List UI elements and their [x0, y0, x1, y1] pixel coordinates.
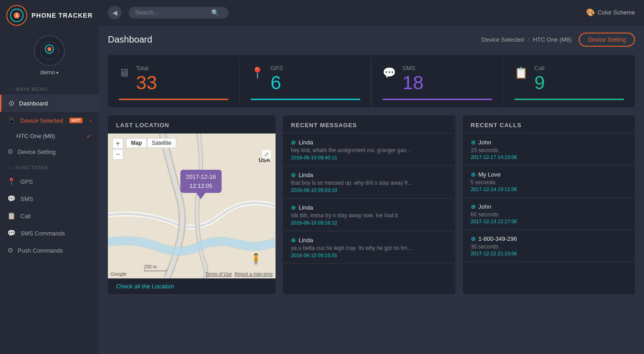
call-item-1[interactable]: ⊕ My Love 5 seconds 2017-12-14 19:11:06 [463, 166, 635, 198]
sidebar-sms-label: SMS [20, 196, 33, 202]
device-setting-button[interactable]: Device Setting [579, 33, 635, 47]
fullscreen-button[interactable]: ⤢ [262, 150, 271, 159]
call-duration-2: 60 seconds [471, 211, 627, 218]
stat-gps-info: GPS 6 [271, 65, 360, 92]
avatar: S [34, 35, 65, 66]
breadcrumb-device-selected: Device Selected [481, 36, 524, 43]
logo-icon: S [6, 5, 28, 26]
sidebar-item-push-commands[interactable]: ⚙ Push Commands [0, 242, 99, 259]
call-duration-3: 30 seconds [471, 244, 627, 250]
stat-gps-top: 📍 GPS 6 [251, 65, 360, 92]
stat-sms: 💬 SMS 18 [372, 55, 504, 107]
search-input[interactable] [135, 9, 208, 16]
map-container[interactable]: + − Map Satellite USA ⤢ 2 [108, 134, 276, 278]
call-icon: 📋 [7, 212, 16, 220]
message-item-3[interactable]: ⊕ Linda ya u betta cuz he legit cray. It… [283, 231, 455, 264]
contact-icon-0: ⊕ [291, 139, 296, 146]
phone-icon: 📱 [7, 116, 16, 124]
stat-total: 🖥 Total 33 [108, 55, 240, 107]
stat-gps-label: GPS [271, 65, 360, 72]
person-icon: 🧍 [250, 253, 262, 265]
call-name-0: ⊕ John [471, 139, 627, 146]
call-duration-0: 15 seconds [471, 147, 627, 153]
check-location-link[interactable]: Check all the Location [108, 278, 276, 294]
call-stat-icon: 📋 [514, 67, 528, 79]
message-preview-0: hey lind, whats the assignment ms. grang… [291, 147, 418, 153]
map-pin: 2017-12-16 12:12:05 [180, 170, 222, 199]
stat-gps-value: 6 [271, 73, 360, 92]
map-type-buttons: Map Satellite [126, 138, 176, 148]
sidebar: S PHONE TRACKER S demo --- MAIN MENU ⊙ D… [0, 0, 99, 354]
user-name[interactable]: demo [40, 69, 58, 76]
pin-tail [196, 193, 205, 199]
stat-call-value: 9 [534, 73, 624, 92]
map-tab[interactable]: Map [126, 138, 147, 148]
message-time-1: 2016-06-10 09:20:10 [291, 187, 447, 193]
avatar-area: S demo [34, 35, 65, 76]
contact-icon-2: ⊕ [291, 204, 296, 211]
push-commands-icon: ⚙ [7, 246, 13, 254]
sidebar-gps-label: GPS [20, 178, 33, 185]
call-time-3: 2017-12-12 21:10:06 [471, 251, 627, 256]
sidebar-item-call[interactable]: 📋 Call [0, 207, 99, 225]
stat-call-top: 📋 Call 9 [514, 65, 624, 92]
device-name-label: HTC One (M8) [16, 133, 55, 139]
call-item-0[interactable]: ⊕ John 15 seconds 2017-12-17 14:10:06 [463, 134, 635, 166]
sidebar-item-dashboard[interactable]: ⊙ Dashboard [0, 95, 99, 112]
call-duration-1: 5 seconds [471, 179, 627, 186]
message-item-1[interactable]: ⊕ Linda that boy is so messed up. why dn… [283, 166, 455, 199]
stat-total-bar [119, 99, 228, 100]
call-time-1: 2017-12-14 19:11:06 [471, 187, 627, 192]
message-time-2: 2016-06-10 09:16:12 [291, 220, 447, 225]
gear-icon: ⚙ [7, 148, 13, 156]
pin-label: 2017-12-16 12:12:05 [180, 170, 222, 193]
monitor-icon: 🖥 [119, 67, 130, 79]
sidebar-item-sms[interactable]: 💬 SMS [0, 190, 99, 207]
map-scale: 200 m [144, 264, 167, 271]
svg-text:S: S [48, 48, 51, 52]
call-item-2[interactable]: ⊕ John 60 seconds 2017-12-13 12:17:06 [463, 198, 635, 230]
logo-area: S PHONE TRACKER [6, 5, 92, 26]
message-time-3: 2016-06-10 09:15:55 [291, 253, 447, 258]
sidebar-call-label: Call [20, 213, 30, 220]
map-panel: LAST LOCATION [108, 115, 276, 294]
message-time-0: 2016-06-10 09:40:11 [291, 155, 447, 160]
map-footer-logo: Google [111, 271, 126, 277]
call-time-2: 2017-12-13 12:17:06 [471, 219, 627, 224]
message-name-1: ⊕ Linda [291, 172, 447, 178]
sidebar-item-gps[interactable]: 📍 GPS [0, 173, 99, 190]
stat-total-value: 33 [136, 73, 228, 92]
stat-sms-info: SMS 18 [402, 65, 492, 92]
sidebar-push-commands-label: Push Commands [18, 247, 63, 254]
message-preview-3: ya u betta cuz he legit cray. Its why he… [291, 245, 418, 251]
message-item-2[interactable]: ⊕ Linda Idk tbh, imma try n stay away no… [283, 199, 455, 231]
dashboard-icon: ⊙ [9, 99, 15, 107]
back-button[interactable]: ◀ [108, 6, 121, 19]
sidebar-item-device-selected[interactable]: 📱 Device Selected HOT › [0, 112, 99, 129]
call-contact-icon-1: ⊕ [471, 171, 476, 178]
call-time-0: 2017-12-17 14:10:06 [471, 154, 627, 160]
sidebar-item-sms-commands[interactable]: 💬 SMS Commands [0, 225, 99, 242]
message-name-2: ⊕ Linda [291, 204, 447, 211]
svg-text:S: S [15, 13, 19, 18]
sidebar-device-name-item[interactable]: HTC One (M8) ✓ [0, 129, 99, 143]
sms-stat-icon: 💬 [383, 67, 396, 79]
stats-row: 🖥 Total 33 📍 GPS 6 [108, 55, 635, 107]
sidebar-item-device-setting[interactable]: ⚙ Device Setting [0, 143, 99, 160]
call-item-3[interactable]: ⊕ 1-800-349-296 30 seconds 2017-12-12 21… [463, 230, 635, 262]
call-contact-icon-3: ⊕ [471, 235, 476, 242]
topbar: ◀ 🔍 🎨 Color Scheme [99, 0, 644, 25]
report-link[interactable]: Report a map error [235, 272, 273, 277]
functions-label: --- FUNCTIONS [0, 162, 99, 173]
zoom-out-button[interactable]: − [112, 149, 123, 160]
messages-panel-header: RECENT MESSAGES [283, 115, 455, 134]
terms-link[interactable]: Terms of Use [205, 272, 232, 277]
zoom-in-button[interactable]: + [112, 138, 123, 149]
call-name-2: ⊕ John [471, 203, 627, 210]
color-scheme-toggle[interactable]: 🎨 Color Scheme [586, 8, 635, 17]
satellite-tab[interactable]: Satellite [147, 138, 176, 148]
message-name-0: ⊕ Linda [291, 139, 447, 146]
message-item-0[interactable]: ⊕ Linda hey lind, whats the assignment m… [283, 134, 455, 166]
stat-sms-value: 18 [402, 73, 492, 92]
breadcrumb: Device Selected / HTC One (M8) [481, 36, 571, 43]
